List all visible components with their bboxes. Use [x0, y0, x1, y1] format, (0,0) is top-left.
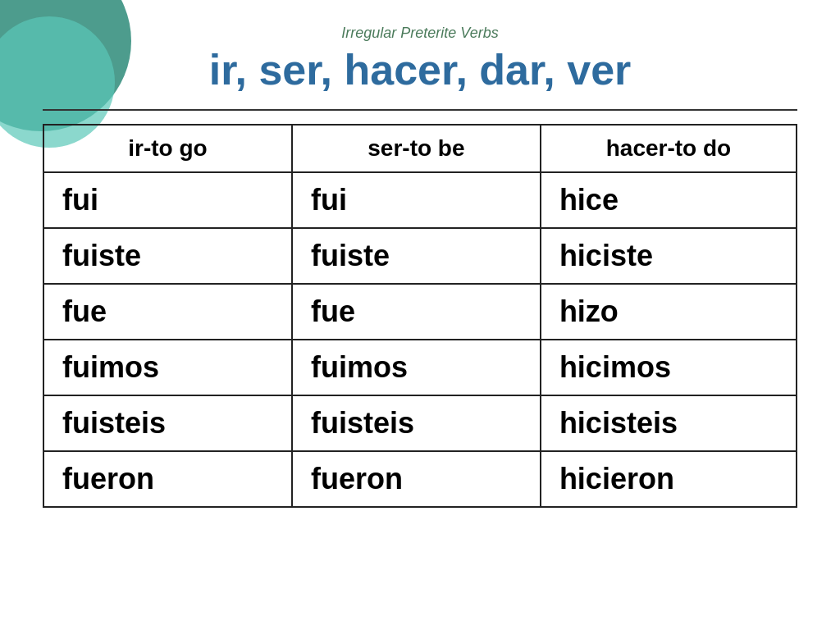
cell-r4-c0: fuisteis [43, 395, 292, 451]
page-subtitle: Irregular Preterite Verbs [209, 25, 632, 42]
table-header-row: ir-to go ser-to be hacer-to do [43, 125, 797, 172]
conjugation-table: ir-to go ser-to be hacer-to do fuifuihic… [43, 124, 797, 508]
header-section: Irregular Preterite Verbs ir, ser, hacer… [209, 25, 632, 101]
col-header-ser: ser-to be [292, 125, 541, 172]
cell-r5-c0: fueron [43, 451, 292, 507]
cell-r5-c1: fueron [292, 451, 541, 507]
table-row: fuefuehizo [43, 284, 797, 340]
cell-r2-c2: hizo [541, 284, 797, 340]
page-container: Irregular Preterite Verbs ir, ser, hacer… [0, 0, 840, 630]
cell-r0-c0: fui [43, 172, 292, 228]
table-row: fuistefuistehiciste [43, 228, 797, 284]
cell-r0-c1: fui [292, 172, 541, 228]
table-row: fueronfueronhicieron [43, 451, 797, 507]
table-row: fuisteisfuisteishicisteis [43, 395, 797, 451]
header-divider [43, 109, 797, 111]
page-title: ir, ser, hacer, dar, ver [209, 45, 632, 94]
cell-r0-c2: hice [541, 172, 797, 228]
cell-r3-c1: fuimos [292, 340, 541, 395]
cell-r4-c2: hicisteis [541, 395, 797, 451]
col-header-hacer: hacer-to do [541, 125, 797, 172]
cell-r3-c2: hicimos [541, 340, 797, 395]
cell-r2-c0: fue [43, 284, 292, 340]
col-header-ir: ir-to go [43, 125, 292, 172]
table-row: fuifuihice [43, 172, 797, 228]
cell-r4-c1: fuisteis [292, 395, 541, 451]
cell-r1-c1: fuiste [292, 228, 541, 284]
cell-r2-c1: fue [292, 284, 541, 340]
table-row: fuimosfuimoshicimos [43, 340, 797, 395]
cell-r5-c2: hicieron [541, 451, 797, 507]
cell-r1-c2: hiciste [541, 228, 797, 284]
cell-r1-c0: fuiste [43, 228, 292, 284]
cell-r3-c0: fuimos [43, 340, 292, 395]
